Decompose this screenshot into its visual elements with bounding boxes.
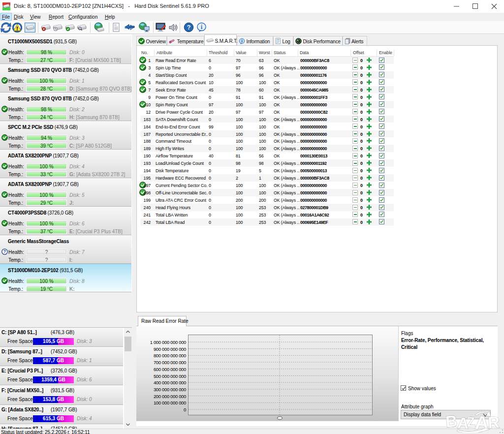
svg-text:?: ? xyxy=(187,24,191,31)
svg-text:B: B xyxy=(445,412,458,431)
svg-text:?: ? xyxy=(3,249,6,254)
